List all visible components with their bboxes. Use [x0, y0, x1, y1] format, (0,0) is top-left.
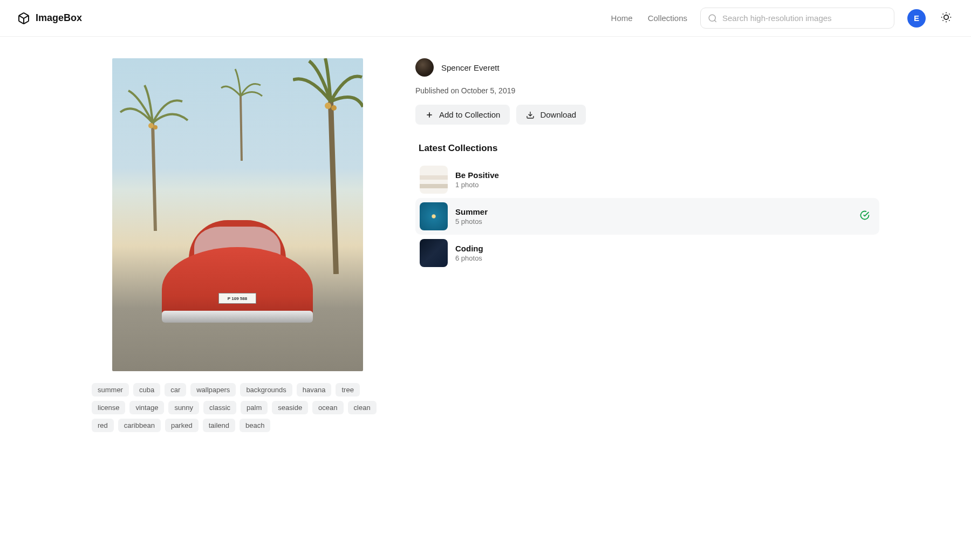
tag[interactable]: tree [336, 383, 359, 397]
collection-count: 1 photo [455, 181, 875, 189]
tag[interactable]: parked [165, 419, 199, 432]
sun-icon [941, 12, 952, 23]
user-avatar[interactable]: E [907, 9, 926, 28]
tag[interactable]: caribbean [118, 419, 161, 432]
add-label: Add to Collection [439, 110, 500, 119]
tags-list: summercubacarwallpapersbackgroundshavana… [92, 383, 383, 432]
svg-point-13 [153, 125, 158, 129]
collection-count: 6 photos [455, 254, 875, 262]
svg-line-11 [949, 14, 949, 15]
collection-item[interactable]: Be Positive1 photo [415, 161, 879, 198]
tag[interactable]: license [92, 401, 125, 414]
tag[interactable]: classic [203, 401, 236, 414]
svg-line-2 [714, 20, 716, 22]
collection-name: Summer [455, 207, 852, 216]
svg-point-12 [148, 123, 154, 128]
download-icon [526, 111, 535, 119]
svg-point-14 [325, 103, 331, 109]
palm-tree-icon [220, 64, 263, 161]
nav-links: Home Collections [611, 13, 687, 23]
left-column: P 109 588 summercubacarwallpapersbackgro… [92, 58, 383, 432]
svg-line-6 [943, 14, 943, 15]
main-photo[interactable]: P 109 588 [112, 58, 363, 371]
tag[interactable]: sunny [168, 401, 199, 414]
collection-thumbnail [420, 166, 448, 194]
search-icon [708, 13, 717, 23]
tag[interactable]: summer [92, 383, 129, 397]
brand-name: ImageBox [36, 12, 82, 24]
check-icon [860, 210, 870, 222]
search-input[interactable] [700, 8, 894, 29]
author-avatar [415, 58, 434, 77]
nav-collections[interactable]: Collections [648, 13, 687, 23]
tag[interactable]: ocean [312, 401, 343, 414]
collection-name: Coding [455, 244, 875, 253]
tag[interactable]: beach [240, 419, 270, 432]
download-label: Download [540, 110, 576, 119]
published-date: Published on October 5, 2019 [415, 86, 879, 95]
svg-point-3 [944, 15, 948, 19]
box-icon [17, 12, 30, 25]
svg-point-1 [709, 15, 715, 21]
add-to-collection-button[interactable]: Add to Collection [415, 105, 510, 125]
main: P 109 588 summercubacarwallpapersbackgro… [0, 37, 971, 454]
collection-item[interactable]: Summer5 photos [415, 198, 879, 235]
svg-point-15 [331, 105, 337, 111]
nav-right: Home Collections E [611, 8, 954, 29]
latest-collections-title: Latest Collections [415, 143, 879, 154]
author[interactable]: Spencer Everett [415, 58, 879, 77]
collection-info: Be Positive1 photo [455, 170, 875, 189]
header: ImageBox Home Collections E [0, 0, 971, 37]
tag[interactable]: wallpapers [190, 383, 236, 397]
tag[interactable]: seaside [272, 401, 308, 414]
palm-tree-icon [118, 69, 193, 231]
search-wrap [700, 8, 894, 29]
theme-toggle[interactable] [939, 10, 954, 26]
collection-count: 5 photos [455, 217, 852, 226]
svg-line-10 [943, 20, 943, 21]
tag[interactable]: palm [241, 401, 268, 414]
tag[interactable]: havana [297, 383, 332, 397]
collection-name: Be Positive [455, 170, 875, 180]
plus-icon [425, 111, 434, 119]
collection-item[interactable]: Coding6 photos [415, 235, 879, 271]
tag[interactable]: clean [348, 401, 377, 414]
collection-thumbnail [420, 239, 448, 267]
tag[interactable]: backgrounds [240, 383, 292, 397]
right-column: Spencer Everett Published on October 5, … [415, 58, 879, 271]
tag[interactable]: tailend [203, 419, 235, 432]
nav-home[interactable]: Home [611, 13, 633, 23]
actions: Add to Collection Download [415, 105, 879, 125]
svg-line-7 [949, 20, 949, 21]
download-button[interactable]: Download [516, 105, 586, 125]
car-illustration: P 109 588 [162, 220, 313, 328]
collection-thumbnail [420, 202, 448, 230]
collections-list: Be Positive1 photoSummer5 photosCoding6 … [415, 161, 879, 271]
collection-info: Summer5 photos [455, 207, 852, 226]
tag[interactable]: vintage [129, 401, 164, 414]
author-name: Spencer Everett [441, 63, 500, 72]
brand[interactable]: ImageBox [17, 12, 82, 25]
tag[interactable]: cuba [133, 383, 160, 397]
tag[interactable]: red [92, 419, 114, 432]
collection-info: Coding6 photos [455, 244, 875, 262]
license-plate: P 109 588 [218, 293, 256, 304]
tag[interactable]: car [165, 383, 186, 397]
